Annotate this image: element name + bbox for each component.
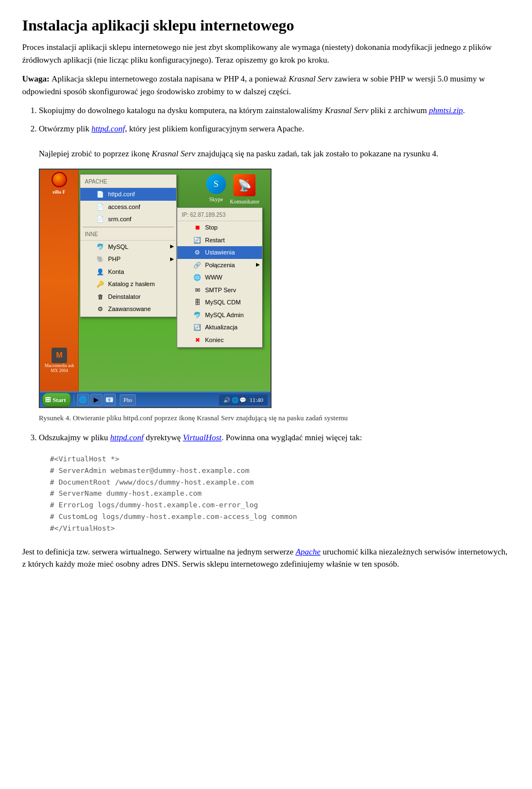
php-icon: 🐘 — [96, 254, 105, 263]
ie-icon[interactable]: 🌐 — [77, 394, 89, 406]
screenshot-caption: Rysunek 4. Otwieranie pliku httpd.conf p… — [39, 413, 510, 424]
php-item[interactable]: 🐘 PHP — [80, 253, 176, 266]
mediaplayer-icon[interactable]: ▶ — [90, 394, 103, 406]
mysql-label: MySQL — [108, 242, 129, 252]
mysqladmin-item[interactable]: 🐬 MySQL Admin — [177, 309, 262, 322]
restart-icon: 🔄 — [193, 236, 202, 245]
taskbar-time: 11:40 — [249, 395, 263, 405]
windows-logo: ⊞ — [45, 394, 51, 405]
ip-header: IP: 62.87.189.253 — [177, 209, 262, 221]
koniec-item[interactable]: ✖ Koniec — [177, 334, 262, 347]
katalog-icon: 🔑 — [96, 279, 105, 288]
mysqlcdm-icon: 🗄 — [193, 298, 202, 307]
mysqlcdm-label: MySQL CDM — [205, 298, 241, 307]
pho-button[interactable]: Pho — [120, 394, 136, 406]
code-line-6: # CustomLog logs/dummy-host.example.com-… — [39, 511, 510, 523]
katalog-label: Katalog z hasłem — [108, 279, 155, 289]
step2-text-before: Otwórzmy plik — [39, 124, 91, 133]
final-paragraph: Jest to definicja tzw. serwera wirtualne… — [22, 546, 510, 571]
step-1: Skopiujmy do dowolnego katalogu na dysku… — [39, 104, 510, 117]
step3-link2[interactable]: VirtualHost — [183, 433, 222, 442]
koniec-label: Koniec — [205, 335, 224, 345]
outlook-icon[interactable]: 📧 — [104, 394, 116, 406]
deinstalator-label: Deinstalator — [108, 292, 141, 302]
note-paragraph: Uwaga: Aplikacja sklepu internetowego zo… — [22, 73, 510, 98]
file-icon: 📄 — [96, 190, 105, 198]
code-line-2: # ServerAdmin webmaster@dummy-host.examp… — [39, 465, 510, 477]
screenshot-container: zilla F M Macromedia ash MX 2004 APACHE … — [39, 169, 272, 408]
aktualizacja-item[interactable]: 🔃 Aktualizacja — [177, 321, 262, 334]
www-item[interactable]: 🌐 WWW — [177, 271, 262, 284]
step2-link[interactable]: httpd.conf — [91, 124, 125, 133]
firefox-label: zilla F — [53, 189, 66, 196]
www-icon: 🌐 — [193, 273, 202, 282]
ustawienia-label: Ustawienia — [205, 248, 235, 257]
apache-srm[interactable]: 📄 srm.conf — [80, 213, 176, 226]
code-line-7: #</VirtualHost> — [39, 523, 510, 535]
step2-krasnal: Krasnal Serv — [152, 149, 196, 158]
php-label: PHP — [108, 254, 121, 264]
www-label: WWW — [205, 273, 222, 282]
inne-separator — [83, 227, 174, 227]
zaawansowane-item[interactable]: ⚙ Zaawansowane — [80, 303, 176, 315]
katalog-item[interactable]: 🔑 Katalog z hasłem — [80, 278, 176, 291]
inne-header: INNE — [80, 228, 176, 241]
step3-text-mid: dyrektywę — [144, 433, 183, 442]
zaawansowane-icon: ⚙ — [96, 304, 105, 313]
ustawienia-icon: ⚙ — [193, 248, 202, 257]
step2-text-mid: , który jest plikiem konfiguracyjnym ser… — [125, 124, 304, 133]
step1-link[interactable]: phmtsi.zip — [429, 106, 463, 115]
smtp-icon: ✉ — [193, 286, 202, 294]
apache-srm-label: srm.conf — [108, 215, 131, 224]
code-line-1: #<VirtualHost *> — [39, 454, 510, 465]
step1-krasnal: Krasnal Serv — [325, 106, 369, 115]
zaawansowane-label: Zaawansowane — [108, 304, 151, 314]
restart-item[interactable]: 🔄 Restart — [177, 234, 262, 247]
skype-area: S Skype — [206, 174, 226, 203]
koniec-icon: ✖ — [193, 335, 202, 344]
start-label: Start — [53, 395, 66, 405]
mysql-item[interactable]: 🐬 MySQL — [80, 241, 176, 253]
tray-icons: 🔊 🌐 💬 — [223, 396, 247, 404]
smtpserv-item[interactable]: ✉ SMTP Serv — [177, 284, 262, 297]
file3-icon: 📄 — [96, 215, 105, 223]
stop-item[interactable]: ⏹ Stop — [177, 221, 262, 234]
macromedia-area: M Macromedia ash MX 2004 — [41, 348, 78, 374]
aktualizacja-label: Aktualizacja — [205, 323, 238, 332]
konta-item[interactable]: 👤 Konta — [80, 266, 176, 278]
polaczenia-label: Połączenia — [205, 261, 235, 270]
start-button[interactable]: ⊞ Start — [42, 393, 71, 407]
apache-header: APACHE — [80, 176, 176, 188]
smtp-label: SMTP Serv — [205, 286, 236, 295]
apache-access[interactable]: 📄 access.conf — [80, 201, 176, 213]
note-text1: Aplikacja sklepu internetowego została n… — [52, 74, 289, 83]
step3-link1[interactable]: httpd.conf — [110, 433, 144, 442]
step2-para-after: znajdującą się na pasku zadań, tak jak z… — [195, 149, 438, 158]
konta-icon: 👤 — [96, 267, 105, 276]
restart-label: Restart — [205, 236, 224, 245]
polaczenia-item[interactable]: 🔗 Połączenia — [177, 259, 262, 272]
apache-menu: APACHE 📄 httpd.conf 📄 access.conf 📄 srm.… — [80, 174, 177, 317]
quicklaunch-icons: 🌐 ▶ 📧 — [77, 394, 116, 406]
step2-para-before: Najlepiej zrobić to poprzez ikonę — [39, 149, 152, 158]
note-prefix: Uwaga: — [22, 74, 52, 83]
mysqlcdm-item[interactable]: 🗄 MySQL CDM — [177, 296, 262, 309]
deinstalator-icon: 🗑 — [96, 292, 105, 301]
taskbar: ⊞ Start 🌐 ▶ 📧 Pho — [40, 391, 270, 407]
macromedia-label: Macromedia ash MX 2004 — [41, 363, 78, 374]
ustawienia-item[interactable]: ⚙ Ustawienia — [177, 246, 262, 259]
mysql-icon: 🐬 — [96, 242, 105, 251]
apache-submenu: IP: 62.87.189.253 ⏹ Stop 🔄 Restart ⚙ Ust… — [177, 207, 263, 348]
desktop-area: zilla F M Macromedia ash MX 2004 APACHE … — [40, 170, 270, 391]
aktualizacja-icon: 🔃 — [193, 323, 202, 332]
steps-list: Skopiujmy do dowolnego katalogu na dysku… — [39, 104, 510, 539]
stop-icon: ⏹ — [193, 223, 202, 232]
deinstalator-item[interactable]: 🗑 Deinstalator — [80, 291, 176, 303]
step3-text-before: Odszukajmy w pliku — [39, 433, 110, 442]
apache-httpd[interactable]: 📄 httpd.conf — [80, 188, 176, 201]
code-line-4: # ServerName dummy-host.example.com — [39, 488, 510, 500]
apache-access-label: access.conf — [108, 202, 140, 212]
win-screenshot: zilla F M Macromedia ash MX 2004 APACHE … — [39, 169, 272, 408]
file2-icon: 📄 — [96, 202, 105, 211]
apache-link[interactable]: Apache — [295, 547, 320, 556]
